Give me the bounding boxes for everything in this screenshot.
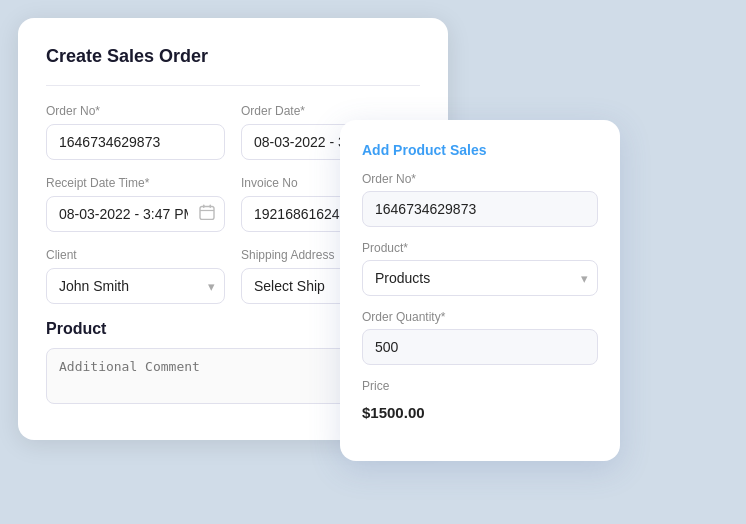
receipt-date-input-wrap (46, 196, 225, 232)
client-select-wrap: John Smith ▾ (46, 268, 225, 304)
overlay-group-order-no: Order No* (362, 172, 598, 227)
label-client: Client (46, 248, 225, 262)
overlay-label-order-no: Order No* (362, 172, 598, 186)
overlay-label-price: Price (362, 379, 598, 393)
overlay-group-product: Product* Products ▾ (362, 241, 598, 296)
add-product-sales-card: Add Product Sales Order No* Product* Pro… (340, 120, 620, 461)
overlay-product-select-wrap: Products ▾ (362, 260, 598, 296)
overlay-card-title: Add Product Sales (362, 142, 598, 158)
overlay-group-price: Price $1500.00 (362, 379, 598, 421)
label-order-no: Order No* (46, 104, 225, 118)
overlay-input-order-no[interactable] (362, 191, 598, 227)
overlay-select-product[interactable]: Products (362, 260, 598, 296)
divider (46, 85, 420, 86)
group-order-no: Order No* (46, 104, 225, 160)
overlay-label-order-qty: Order Quantity* (362, 310, 598, 324)
input-receipt-date[interactable] (46, 196, 225, 232)
select-client[interactable]: John Smith (46, 268, 225, 304)
overlay-input-order-qty[interactable] (362, 329, 598, 365)
group-client: Client John Smith ▾ (46, 248, 225, 304)
label-order-date: Order Date* (241, 104, 420, 118)
label-receipt-date: Receipt Date Time* (46, 176, 225, 190)
overlay-label-product: Product* (362, 241, 598, 255)
overlay-group-order-qty: Order Quantity* (362, 310, 598, 365)
overlay-price-value: $1500.00 (362, 398, 598, 421)
input-order-no[interactable] (46, 124, 225, 160)
main-card-title: Create Sales Order (46, 46, 420, 67)
group-receipt-date: Receipt Date Time* (46, 176, 225, 232)
